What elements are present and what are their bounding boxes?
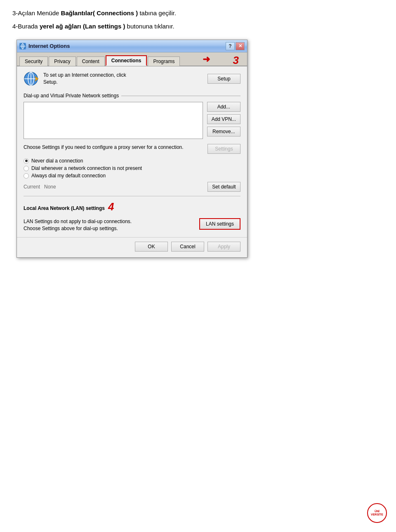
close-button[interactable]: ✕ (236, 42, 245, 50)
current-label: Current (24, 184, 40, 190)
setup-section: To set up an Internet connection, click … (24, 71, 240, 86)
annotation-3: 3 (233, 54, 239, 67)
radio-group: Never dial a connection Dial whenever a … (24, 158, 240, 179)
dialog-icon (19, 43, 26, 49)
setup-description: To set up an Internet connection, click … (43, 72, 203, 86)
dialog-title: Internet Options (19, 43, 70, 49)
tab-content[interactable]: Content (77, 56, 105, 66)
dialog-title-text: Internet Options (28, 43, 70, 49)
instruction-1: 3-Açılan Menüde Bağlantılar( Connections… (12, 8, 384, 18)
cancel-button[interactable]: Cancel (171, 242, 204, 252)
tab-privacy[interactable]: Privacy (49, 56, 75, 66)
tabs-bar: Security Privacy Content Connections Pro… (17, 52, 247, 66)
dialup-section-label: Dial-up and Virtual Private Network sett… (24, 93, 240, 99)
add-vpn-button[interactable]: Add VPN... (207, 114, 240, 124)
connection-list[interactable] (24, 102, 203, 139)
remove-button[interactable]: Remove... (207, 127, 240, 137)
horizontal-rule (24, 196, 240, 196)
radio-never-dial[interactable]: Never dial a connection (24, 158, 240, 164)
lan-settings-button[interactable]: LAN settings (199, 218, 240, 230)
instruction-2: 4-Burada yerel ağ ağları (Lan settings )… (12, 21, 384, 31)
page-content: 3-Açılan Menüde Bağlantılar( Connections… (0, 0, 396, 266)
radio-dial-whenever[interactable]: Dial whenever a network connection is no… (24, 165, 240, 171)
help-button[interactable]: ? (226, 42, 235, 50)
settings-section: Choose Settings if you need to configure… (24, 144, 240, 154)
none-label: None (44, 184, 56, 190)
tab-connections[interactable]: Connections (106, 55, 147, 66)
list-buttons: Add... Add VPN... Remove... (207, 102, 240, 139)
radio-always-dial[interactable]: Always dial my default connection (24, 173, 240, 179)
logo-bottom: ÜNİVERSİTE (367, 503, 388, 524)
dialog-body: To set up an Internet connection, click … (17, 66, 247, 237)
settings-description: Choose Settings if you need to configure… (24, 144, 203, 151)
radio-circle-2[interactable] (24, 166, 29, 171)
lan-section: Local Area Network (LAN) settings 4 LAN … (24, 200, 240, 232)
lan-header: Local Area Network (LAN) settings 4 (24, 200, 240, 216)
lan-description: LAN Settings do not apply to dial-up con… (24, 218, 195, 232)
radio-circle-3[interactable] (24, 173, 29, 179)
tabs-wrapper: Security Privacy Content Connections Pro… (17, 52, 247, 66)
tab-programs[interactable]: Programs (148, 56, 180, 66)
set-default-button[interactable]: Set default (207, 182, 240, 192)
lan-title: Local Area Network (LAN) settings (24, 205, 105, 211)
list-area: Add... Add VPN... Remove... (24, 102, 240, 139)
logo-circle: ÜNİVERSİTE (367, 503, 387, 523)
dialog-footer: OK Cancel Apply (17, 237, 247, 257)
current-row: Current None Set default (24, 182, 240, 192)
tab-security[interactable]: Security (19, 56, 48, 66)
connections-arrow: ➜ (203, 54, 210, 65)
titlebar-controls: ? ✕ (226, 42, 245, 50)
dialog-titlebar: Internet Options ? ✕ (17, 40, 247, 52)
setup-button[interactable]: Setup (207, 74, 240, 84)
apply-button[interactable]: Apply (207, 242, 240, 252)
radio-circle-1[interactable] (24, 158, 29, 164)
lan-bottom: LAN Settings do not apply to dial-up con… (24, 218, 240, 232)
globe-icon (24, 71, 38, 86)
ok-button[interactable]: OK (135, 242, 168, 252)
screenshot-container: Internet Options ? ✕ Security Privacy Co… (12, 40, 384, 258)
add-button[interactable]: Add... (207, 102, 240, 112)
settings-button[interactable]: Settings (207, 144, 240, 154)
internet-options-dialog: Internet Options ? ✕ Security Privacy Co… (16, 40, 248, 258)
annotation-4: 4 (108, 200, 114, 213)
